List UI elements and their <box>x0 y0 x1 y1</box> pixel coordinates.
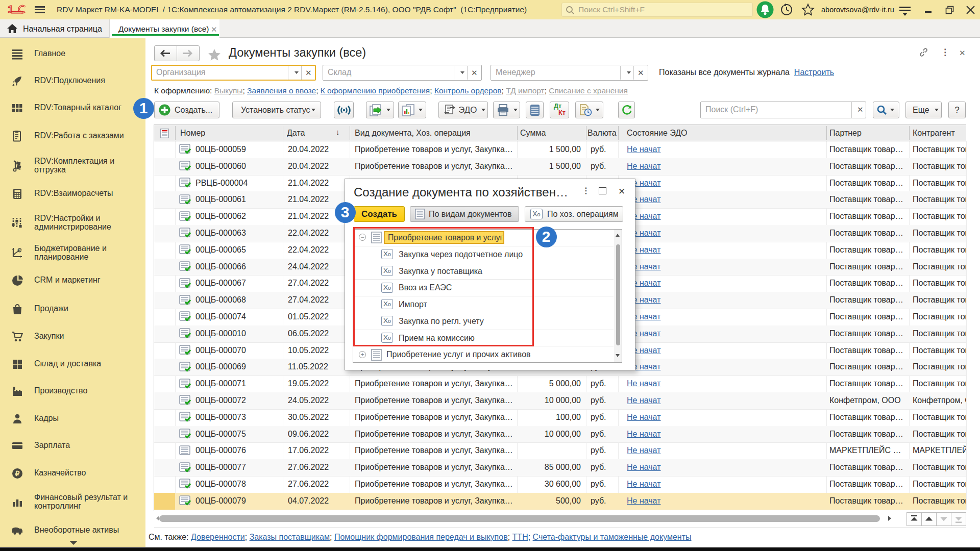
svg-text:%: % <box>19 248 22 253</box>
svg-text:₽: ₽ <box>15 469 20 478</box>
